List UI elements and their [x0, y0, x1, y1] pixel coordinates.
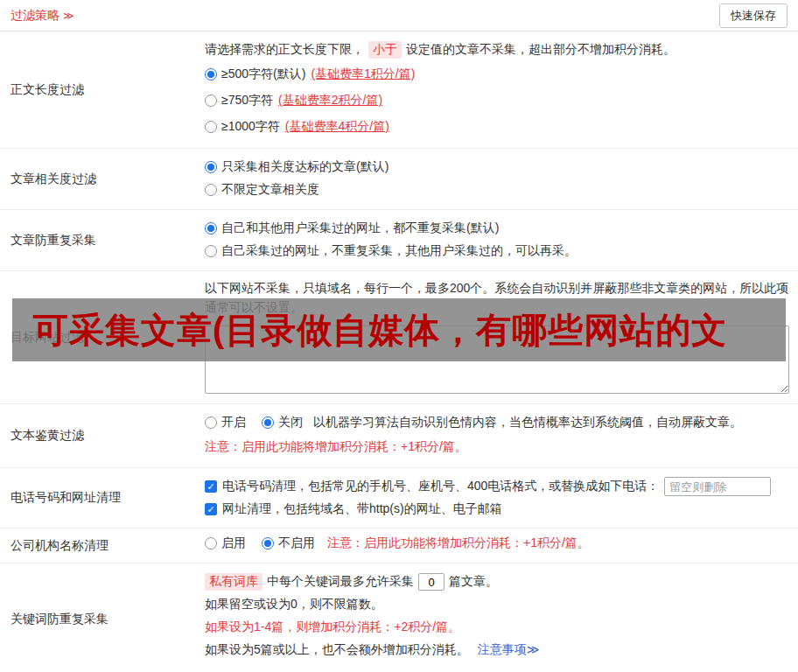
radio-label-porn-off[interactable]: 关闭 [278, 415, 303, 430]
dedup-option-all: 自己和其他用户采集过的网址，都不重复采集(默认) [205, 217, 789, 240]
radio-label-relevance-any[interactable]: 不限定文章相关度 [221, 182, 319, 198]
radio-icon-porn-off[interactable] [262, 416, 274, 429]
radio-option-dedup-all[interactable]: 自己和其他用户采集过的网址，都不重复采集(默认) [205, 220, 499, 236]
keyword-dedup-line4: 如果设为5篇或以上，也不会额外增加积分消耗。 注意事项≫ [205, 639, 789, 662]
length-option-1000: ≥1000字符 (基础费率4积分/篇) [205, 114, 789, 140]
length-filter-content: 请选择需求的正文长度下限， 小于 设定值的文章不采集，超出部分不增加积分消耗。 … [194, 32, 798, 148]
keyword-dedup-line1: 私有词库 中每个关键词最多允许采集 篇文章。 [205, 570, 789, 593]
radio-option-500[interactable]: ≥500字符(默认) [205, 66, 305, 82]
keyword-dedup-line1-mid: 中每个关键词最多允许采集 [267, 574, 414, 590]
phone-clean-line: 电话号码清理，包括常见的手机号、座机号、400电话格式，或替换成如下电话： [205, 475, 789, 498]
top-bar: 过滤策略 ≫ 快速保存 [0, 0, 798, 32]
dedup-filter-content: 自己和其他用户采集过的网址，都不重复采集(默认) 自己采集过的网址，不重复采集，… [194, 210, 798, 270]
relevance-option-strict: 只采集相关度达标的文章(默认) [205, 156, 789, 178]
keyword-dedup-label: 关键词防重复采集 [0, 564, 194, 672]
checkbox-option-phone-clean[interactable]: 电话号码清理，包括常见的手机号、座机号、400电话格式，或替换成如下电话： [205, 479, 659, 494]
checkbox-icon-url-clean[interactable] [205, 503, 217, 515]
radio-option-1000[interactable]: ≥1000字符 [205, 119, 280, 135]
private-lexicon-tag: 私有词库 [205, 573, 262, 591]
radio-icon-dedup-all[interactable] [205, 222, 217, 234]
porn-filter-options-line: 开启 关闭 以机器学习算法自动识别色情内容，当色情概率达到系统阈值，自动屏蔽文章… [205, 411, 789, 434]
dedup-option-self: 自己采集过的网址，不重复采集，其他用户采集过的，可以再采。 [205, 240, 789, 262]
length-filter-label: 正文长度过滤 [0, 32, 194, 148]
page-title: 过滤策略 ≫ [10, 8, 74, 24]
radio-option-relevance-any[interactable]: 不限定文章相关度 [205, 182, 319, 198]
dedup-filter-label: 文章防重复采集 [0, 210, 194, 270]
checkbox-label-phone-clean[interactable]: 电话号码清理，包括常见的手机号、座机号、400电话格式，或替换成如下电话： [222, 479, 659, 494]
length-option-750: ≥750字符 (基础费率2积分/篇) [205, 88, 789, 114]
phone-url-clean-label: 电话号码和网址清理 [0, 468, 194, 528]
phone-url-clean-content: 电话号码清理，包括常见的手机号、座机号、400电话格式，或替换成如下电话： 网址… [194, 468, 798, 528]
relevance-filter-label: 文章相关度过滤 [0, 149, 194, 209]
radio-icon-porn-on[interactable] [205, 416, 217, 429]
radio-label-750[interactable]: ≥750字符 [221, 93, 273, 108]
company-clean-warning: 注意：启用此功能将增加积分消耗：+1积分/篇。 [327, 536, 590, 551]
intro-post: 设定值的文章不采集，超出部分不增加积分消耗。 [406, 42, 676, 58]
radio-option-porn-off[interactable]: 关闭 [262, 415, 303, 430]
radio-label-porn-on[interactable]: 开启 [221, 415, 246, 430]
length-option-500: ≥500字符(默认) (基础费率1积分/篇) [205, 61, 789, 88]
radio-icon-dedup-self[interactable] [205, 245, 217, 257]
keyword-dedup-line2: 如果留空或设为0，则不限篇数。 [205, 593, 789, 616]
replacement-phone-input[interactable] [664, 477, 771, 496]
radio-option-company-off[interactable]: 不启用 [262, 536, 315, 551]
keyword-dedup-line1-post: 篇文章。 [449, 574, 498, 590]
radio-label-company-on[interactable]: 启用 [221, 536, 246, 551]
radio-icon-500[interactable] [205, 68, 217, 80]
fee-note-1000: (基础费率4积分/篇) [285, 119, 389, 135]
radio-label-dedup-self[interactable]: 自己采集过的网址，不重复采集，其他用户采集过的，可以再采。 [221, 243, 577, 259]
notes-link[interactable]: 注意事项≫ [478, 642, 540, 658]
radio-icon-company-off[interactable] [262, 537, 274, 550]
filter-strategy-page: 过滤策略 ≫ 快速保存 正文长度过滤 请选择需求的正文长度下限， 小于 设定值的… [0, 0, 798, 672]
radio-option-dedup-self[interactable]: 自己采集过的网址，不重复采集，其他用户采集过的，可以再采。 [205, 243, 577, 259]
intro-highlight: 小于 [368, 41, 402, 59]
porn-filter-label: 文本鉴黄过滤 [0, 404, 194, 467]
relevance-filter-content: 只采集相关度达标的文章(默认) 不限定文章相关度 [194, 149, 798, 209]
radio-label-relevance-strict[interactable]: 只采集相关度达标的文章(默认) [221, 159, 388, 175]
porn-filter-content: 开启 关闭 以机器学习算法自动识别色情内容，当色情概率达到系统阈值，自动屏蔽文章… [194, 404, 798, 467]
radio-icon-relevance-any[interactable] [205, 184, 217, 196]
keyword-dedup-content: 私有词库 中每个关键词最多允许采集 篇文章。 如果留空或设为0，则不限篇数。 如… [194, 564, 798, 672]
company-clean-line: 启用 不启用 注意：启用此功能将增加积分消耗：+1积分/篇。 [205, 532, 789, 555]
intro-pre: 请选择需求的正文长度下限， [205, 42, 364, 58]
fee-note-500: (基础费率1积分/篇) [311, 66, 415, 82]
radio-option-company-on[interactable]: 启用 [205, 536, 246, 551]
radio-icon-1000[interactable] [205, 121, 217, 133]
radio-label-1000[interactable]: ≥1000字符 [221, 119, 280, 135]
row-relevance-filter: 文章相关度过滤 只采集相关度达标的文章(默认) 不限定文章相关度 [0, 149, 798, 210]
row-keyword-dedup: 关键词防重复采集 私有词库 中每个关键词最多允许采集 篇文章。 如果留空或设为0… [0, 564, 798, 672]
radio-option-750[interactable]: ≥750字符 [205, 93, 273, 108]
radio-option-relevance-strict[interactable]: 只采集相关度达标的文章(默认) [205, 159, 388, 175]
max-collect-count-input[interactable] [418, 573, 444, 591]
chevron-down-icon[interactable]: ≫ [63, 10, 74, 22]
row-company-clean: 公司机构名称清理 启用 不启用 注意：启用此功能将增加积分消耗：+1积分/篇。 [0, 528, 798, 564]
radio-label-dedup-all[interactable]: 自己和其他用户采集过的网址，都不重复采集(默认) [221, 220, 499, 236]
radio-icon-company-on[interactable] [205, 537, 217, 550]
keyword-dedup-line3: 如果设为1-4篇，则增加积分消耗：+2积分/篇。 [205, 616, 789, 639]
quick-save-button[interactable]: 快速保存 [719, 4, 788, 28]
row-dedup-filter: 文章防重复采集 自己和其他用户采集过的网址，都不重复采集(默认) 自己采集过的网… [0, 210, 798, 271]
radio-label-500[interactable]: ≥500字符(默认) [221, 66, 305, 82]
radio-icon-relevance-strict[interactable] [205, 161, 217, 173]
row-length-filter: 正文长度过滤 请选择需求的正文长度下限， 小于 设定值的文章不采集，超出部分不增… [0, 32, 798, 149]
length-filter-intro: 请选择需求的正文长度下限， 小于 设定值的文章不采集，超出部分不增加积分消耗。 [205, 38, 789, 61]
row-phone-url-clean: 电话号码和网址清理 电话号码清理，包括常见的手机号、座机号、400电话格式，或替… [0, 468, 798, 528]
keyword-dedup-line4-text: 如果设为5篇或以上，也不会额外增加积分消耗。 [205, 642, 469, 658]
radio-label-company-off[interactable]: 不启用 [278, 536, 315, 551]
url-clean-line: 网址清理，包括纯域名、带http(s)的网址、电子邮箱 [205, 498, 789, 521]
floating-overlay-banner: 可采集文章(目录做自媒体，有哪些网站的文 [12, 298, 786, 361]
overlay-text: 可采集文章(目录做自媒体，有哪些网站的文 [33, 306, 727, 354]
relevance-option-any: 不限定文章相关度 [205, 178, 789, 201]
radio-option-porn-on[interactable]: 开启 [205, 415, 246, 430]
checkbox-option-url-clean[interactable]: 网址清理，包括纯域名、带http(s)的网址、电子邮箱 [205, 501, 502, 517]
company-clean-label: 公司机构名称清理 [0, 528, 194, 563]
row-porn-filter: 文本鉴黄过滤 开启 关闭 以机器学习算法自动识别色情内容，当色情概率达到系统阈值… [0, 404, 798, 468]
company-clean-content: 启用 不启用 注意：启用此功能将增加积分消耗：+1积分/篇。 [194, 528, 798, 563]
radio-icon-750[interactable] [205, 94, 217, 107]
checkbox-label-url-clean[interactable]: 网址清理，包括纯域名、带http(s)的网址、电子邮箱 [222, 501, 502, 517]
page-title-text: 过滤策略 [10, 8, 60, 24]
porn-filter-warning: 注意：启用此功能将增加积分消耗：+1积分/篇。 [205, 434, 789, 460]
checkbox-icon-phone-clean[interactable] [205, 480, 217, 493]
porn-filter-description: 以机器学习算法自动识别色情内容，当色情概率达到系统阈值，自动屏蔽文章。 [313, 415, 742, 430]
fee-note-750: (基础费率2积分/篇) [278, 93, 382, 108]
